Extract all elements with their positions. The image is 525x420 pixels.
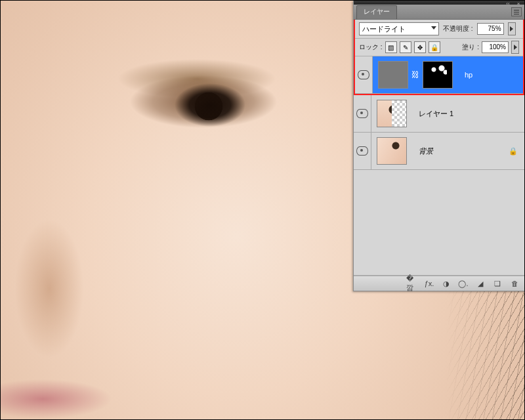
blend-mode-value: ハードライト <box>362 24 406 34</box>
layer-list: レイヤー 1 背景 🔒 <box>354 95 524 170</box>
layer-name[interactable]: 背景 <box>419 146 433 156</box>
chevron-down-icon <box>431 26 436 30</box>
add-mask-icon[interactable]: ◑ <box>440 278 452 289</box>
layer-thumbnail[interactable] <box>377 100 407 127</box>
adjustment-layer-icon[interactable]: ◯. <box>457 278 469 289</box>
layer-name[interactable]: レイヤー 1 <box>419 109 453 119</box>
layer-row[interactable]: レイヤー 1 <box>354 95 524 133</box>
layer-thumbnail[interactable] <box>378 61 408 89</box>
lock-transparent-icon[interactable]: ▧ <box>385 41 397 53</box>
panel-menu-icon[interactable] <box>511 7 522 16</box>
layers-panel: ‹‹ × レイヤー ハードライト 不透明度 : 75% ロック : ▧ ✎ ✥ <box>353 1 524 291</box>
blend-mode-select[interactable]: ハードライト <box>359 22 439 35</box>
visibility-toggle[interactable] <box>354 133 371 169</box>
layer-row[interactable]: ⛓ hp <box>355 56 523 94</box>
layer-thumbnail[interactable] <box>377 137 407 165</box>
eye-icon <box>358 70 369 79</box>
visibility-toggle[interactable] <box>354 95 371 132</box>
eye-icon <box>356 146 368 156</box>
tutorial-highlight: ハードライト 不透明度 : 75% ロック : ▧ ✎ ✥ 🔒 塗り : 100… <box>354 20 524 95</box>
lock-icon: 🔒 <box>509 147 518 156</box>
lock-label: ロック : <box>359 43 383 52</box>
fill-input[interactable]: 100% <box>482 41 509 53</box>
opacity-input[interactable]: 75% <box>477 23 504 35</box>
opacity-label: 不透明度 : <box>443 24 473 33</box>
mask-thumbnail[interactable] <box>423 61 453 89</box>
link-layers-icon[interactable]: �깜 <box>406 278 418 289</box>
panel-empty-area <box>354 170 524 276</box>
fill-label: 塗り : <box>462 43 479 52</box>
opacity-slider-toggle[interactable] <box>508 22 516 35</box>
visibility-toggle[interactable] <box>355 56 373 93</box>
panel-tabs: レイヤー <box>354 5 524 20</box>
new-group-icon[interactable]: ◢ <box>474 278 486 289</box>
layer-name[interactable]: hp <box>465 71 472 79</box>
fx-icon[interactable]: ƒx. <box>423 278 435 289</box>
layer-list: ⛓ hp <box>355 56 523 94</box>
tab-layers[interactable]: レイヤー <box>356 5 397 19</box>
lock-pixels-icon[interactable]: ✎ <box>400 41 411 53</box>
layer-row[interactable]: 背景 🔒 <box>354 133 524 170</box>
panel-footer: �깜 ƒx. ◑ ◯. ◢ ❏ 🗑 <box>354 276 524 291</box>
lock-position-icon[interactable]: ✥ <box>414 41 426 53</box>
fill-slider-toggle[interactable] <box>511 41 519 54</box>
trash-icon[interactable]: 🗑 <box>509 278 520 289</box>
lock-all-icon[interactable]: 🔒 <box>429 41 440 53</box>
mask-link-icon[interactable]: ⛓ <box>412 70 419 79</box>
new-layer-icon[interactable]: ❏ <box>492 278 503 289</box>
eye-icon <box>356 109 368 118</box>
